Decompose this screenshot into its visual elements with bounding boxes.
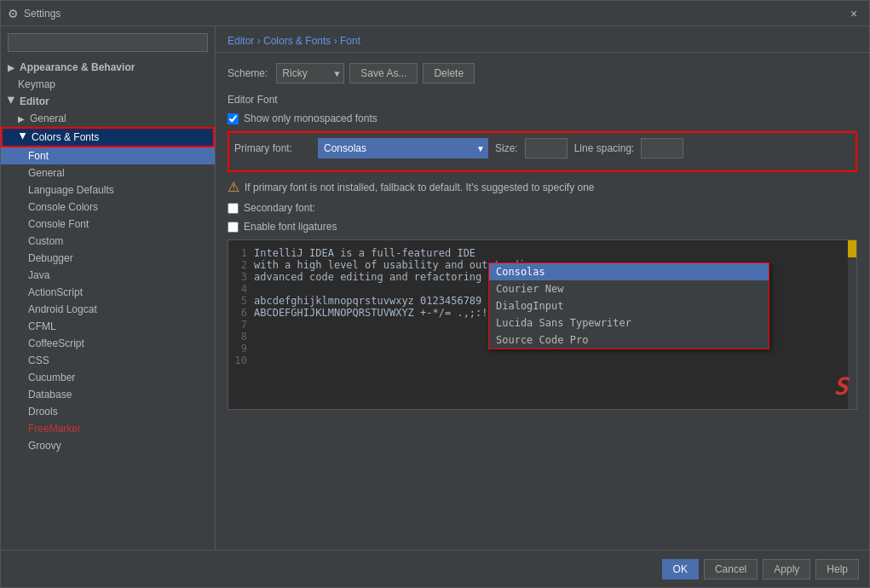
editor-font-title: Editor Font [228, 94, 857, 106]
sidebar-item-label: Database [28, 389, 72, 401]
sidebar-item-database[interactable]: Database [1, 386, 215, 403]
warning-text: If primary font is not installed, fallba… [245, 182, 595, 193]
secondary-font-label: Secondary font: [244, 202, 315, 214]
sidebar-item-freemarker[interactable]: FreeMarker [1, 420, 215, 437]
sidebar-item-label: Editor [20, 95, 49, 107]
show-monospaced-row: Show only monospaced fonts [228, 112, 857, 124]
dropdown-item-source-code-pro[interactable]: Source Code Pro [489, 331, 769, 349]
settings-window: ⚙ Settings × ▶ Appearance & Behavior Key… [0, 0, 870, 588]
secondary-font-checkbox[interactable] [228, 203, 239, 214]
breadcrumb: Editor › Colors & Fonts › Font [216, 26, 869, 53]
sidebar-item-label: General [28, 167, 65, 179]
warning-icon: ⚠ [228, 179, 239, 195]
search-input[interactable] [8, 33, 208, 52]
sidebar-item-appearance[interactable]: ▶ Appearance & Behavior [1, 59, 215, 76]
font-dropdown: Consolas Courier New DialogInput Lucida … [488, 262, 769, 349]
enable-ligatures-checkbox[interactable] [228, 222, 239, 233]
cancel-button[interactable]: Cancel [704, 559, 758, 579]
sidebar-item-groovy[interactable]: Groovy [1, 437, 215, 454]
sidebar-item-font[interactable]: Font [1, 147, 215, 164]
expand-arrow: ▶ [8, 97, 16, 106]
sidebar-item-label: Keymap [18, 78, 55, 90]
line-num-6: 6 [228, 307, 254, 319]
main-content: ▶ Appearance & Behavior Keymap ▶ Editor … [1, 26, 869, 550]
expand-arrow: ▶ [8, 63, 16, 72]
size-input[interactable]: 14 [525, 138, 568, 159]
sidebar-item-debugger[interactable]: Debugger [1, 250, 215, 267]
title-bar: ⚙ Settings × [1, 1, 869, 26]
primary-font-section: Primary font: Consolas Courier New Dialo… [228, 131, 857, 172]
sidebar-item-console-colors[interactable]: Console Colors [1, 199, 215, 216]
sidebar-item-css[interactable]: CSS [1, 352, 215, 369]
sidebar-item-general2[interactable]: General [1, 164, 215, 182]
search-box [1, 26, 215, 59]
sidebar-item-label: Cucumber [28, 372, 75, 383]
sidebar-item-coffeescript[interactable]: CoffeeScript [1, 335, 215, 352]
line-num-1: 1 [228, 247, 254, 259]
sidebar-item-language-defaults[interactable]: Language Defaults [1, 182, 215, 199]
delete-button[interactable]: Delete [423, 63, 475, 84]
sidebar-item-label: Java [28, 269, 49, 281]
main-panel: Editor › Colors & Fonts › Font Scheme: R… [216, 26, 869, 550]
warning-row: ⚠ If primary font is not installed, fall… [228, 179, 857, 195]
sidebar-item-label: Language Defaults [28, 184, 114, 196]
scheme-select[interactable]: Ricky [276, 63, 344, 84]
sidebar-item-label: Drools [28, 406, 58, 418]
dropdown-item-dialoginput[interactable]: DialogInput [489, 297, 769, 314]
sidebar-item-label: Groovy [28, 440, 61, 452]
sidebar-item-cucumber[interactable]: Cucumber [1, 369, 215, 386]
sidebar-item-label: Console Colors [28, 201, 98, 213]
breadcrumb-text: Editor › Colors & Fonts › Font [228, 35, 360, 47]
sidebar-item-android-logcat[interactable]: Android Logcat [1, 301, 215, 318]
line-num-10: 10 [228, 355, 254, 366]
window-icon: ⚙ [8, 7, 19, 20]
sidebar-item-drools[interactable]: Drools [1, 403, 215, 420]
dropdown-item-courier-new[interactable]: Courier New [489, 280, 769, 297]
sidebar-item-general[interactable]: ▶ General [1, 110, 215, 127]
sidebar-item-java[interactable]: Java [1, 267, 215, 284]
sidebar-item-colors-fonts[interactable]: ▶ Colors & Fonts [1, 127, 215, 147]
ok-button[interactable]: OK [662, 559, 699, 579]
sidebar-item-label: Custom [28, 235, 63, 247]
line-content-1: IntelliJ IDEA is a full-featured IDE [254, 247, 475, 259]
dropdown-item-consolas[interactable]: Consolas [489, 263, 769, 280]
window-title: Settings [24, 8, 845, 20]
sidebar-item-actionscript[interactable]: ActionScript [1, 284, 215, 301]
bottom-bar: OK Cancel Apply Help [1, 550, 869, 587]
sidebar-item-label: General [30, 112, 66, 124]
enable-ligatures-row: Enable font ligatures [228, 221, 857, 233]
save-as-button[interactable]: Save As... [349, 63, 418, 84]
sidebar-item-label: Font [28, 150, 49, 162]
primary-font-select[interactable]: Consolas Courier New DialogInput Lucida … [318, 138, 488, 159]
line-content-5: abcdefghijklmnopqrstuvwxyz 0123456789 ()… [254, 295, 525, 307]
sidebar-item-label: CSS [28, 355, 49, 366]
panel-content: Scheme: Ricky ▼ Save As... Delete Editor… [216, 53, 869, 550]
secondary-font-row: Secondary font: [228, 202, 857, 214]
sidebar-item-label: Debugger [28, 252, 73, 264]
sidebar-item-label: Android Logcat [28, 303, 97, 315]
sidebar-item-keymap[interactable]: Keymap [1, 76, 215, 93]
sidebar-item-editor[interactable]: ▶ Editor [1, 93, 215, 110]
line-spacing-input[interactable]: 1.0 [641, 138, 683, 159]
sidebar-item-label: Console Font [28, 218, 89, 230]
preview-scrollbar-thumb [848, 240, 856, 257]
line-num-7: 7 [228, 319, 254, 331]
line-num-2: 2 [228, 259, 254, 271]
help-button[interactable]: Help [815, 559, 859, 579]
scheme-label: Scheme: [228, 67, 268, 79]
show-monospaced-checkbox[interactable] [228, 113, 239, 124]
dropdown-item-lucida[interactable]: Lucida Sans Typewriter [489, 314, 769, 331]
primary-font-label: Primary font: [234, 142, 311, 154]
preview-scrollbar[interactable] [848, 240, 856, 409]
sidebar-item-custom[interactable]: Custom [1, 233, 215, 250]
font-select-wrapper: Consolas Courier New DialogInput Lucida … [318, 138, 488, 159]
sidebar-item-cfml[interactable]: CFML [1, 318, 215, 335]
close-button[interactable]: × [845, 5, 862, 22]
sidebar-item-label: FreeMarker [28, 423, 81, 435]
sidebar-item-label: CoffeeScript [28, 337, 84, 349]
scheme-row: Scheme: Ricky ▼ Save As... Delete [228, 63, 857, 84]
primary-font-row: Primary font: Consolas Courier New Dialo… [234, 138, 850, 159]
apply-button[interactable]: Apply [763, 559, 810, 579]
sidebar-item-console-font[interactable]: Console Font [1, 216, 215, 233]
show-monospaced-label: Show only monospaced fonts [244, 112, 377, 124]
